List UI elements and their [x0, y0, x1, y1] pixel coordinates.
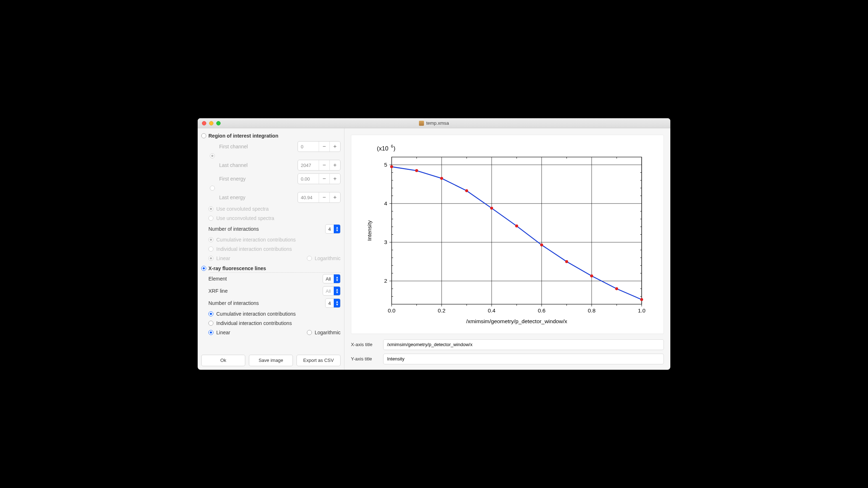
svg-text:): ) [394, 145, 395, 152]
right-panel: (x106)0.00.20.40.60.81.02345/xmimsim/geo… [344, 128, 670, 370]
use-convoluted-label: Use convoluted spectra [216, 206, 269, 212]
roi-num-interactions-label: Number of interactions [208, 226, 322, 232]
radio-roi-log [307, 256, 312, 261]
xrf-line-value: All [323, 288, 334, 294]
minus-icon[interactable]: − [319, 160, 329, 170]
use-unconvoluted-label: Use unconvoluted spectra [216, 215, 274, 221]
element-label: Element [208, 276, 320, 282]
first-channel-input[interactable] [298, 144, 319, 149]
radio-roi-section[interactable] [201, 133, 206, 138]
last-energy-label: Last energy [219, 195, 295, 200]
svg-text:(x10: (x10 [377, 145, 389, 152]
first-energy-input[interactable] [298, 176, 319, 182]
radio-xrf-section[interactable] [201, 266, 206, 271]
app-file-icon [419, 121, 424, 126]
roi-header: Region of interest integration [208, 133, 278, 139]
radio-xrf-individual[interactable] [208, 321, 213, 326]
ok-button[interactable]: Ok [201, 355, 245, 366]
radio-channel-mode [210, 153, 215, 158]
x-axis-title-input[interactable] [383, 339, 664, 350]
xrf-line-label: XRF line [208, 288, 320, 294]
minus-icon[interactable]: − [319, 142, 329, 152]
svg-text:0.2: 0.2 [438, 307, 445, 314]
svg-text:4: 4 [384, 200, 387, 206]
roi-linear-label: Linear [216, 255, 230, 261]
last-energy-input[interactable] [298, 195, 319, 200]
svg-text:0.8: 0.8 [588, 307, 595, 314]
intensity-chart: (x106)0.00.20.40.60.81.02345/xmimsim/geo… [355, 139, 656, 330]
svg-text:/xmimsim/geometry/p_detector_w: /xmimsim/geometry/p_detector_window/x [466, 318, 568, 324]
svg-text:3: 3 [384, 239, 387, 245]
y-axis-title-label: Y-axis title [351, 356, 380, 362]
xrf-log-label: Logarithmic [315, 330, 341, 335]
titlebar: temp.xmsa [198, 118, 670, 128]
svg-point-80 [590, 274, 593, 277]
radio-xrf-linear[interactable] [208, 330, 213, 335]
svg-point-74 [440, 177, 443, 180]
roi-num-interactions-stepper[interactable]: 4 ▲▼ [325, 224, 341, 234]
svg-point-76 [490, 207, 493, 210]
svg-text:1.0: 1.0 [638, 307, 645, 314]
first-channel-field[interactable]: − + [298, 141, 341, 152]
svg-text:2: 2 [384, 278, 387, 284]
last-channel-label: Last channel [219, 162, 295, 168]
svg-point-78 [540, 244, 543, 247]
svg-text:0.6: 0.6 [538, 307, 545, 314]
radio-roi-cumulative [208, 237, 213, 242]
radio-convoluted [208, 206, 213, 211]
chart-card: (x106)0.00.20.40.60.81.02345/xmimsim/geo… [351, 135, 664, 334]
xrf-num-interactions-label: Number of interactions [208, 300, 322, 306]
roi-cumulative-label: Cumulative interaction contributions [216, 237, 296, 243]
svg-point-75 [465, 189, 468, 192]
xrf-num-interactions-stepper[interactable]: 4 ▲▼ [325, 298, 341, 308]
plus-icon[interactable]: + [329, 160, 340, 170]
element-value: All [323, 276, 334, 282]
radio-unconvoluted [208, 216, 213, 221]
roi-individual-label: Individual interaction contributions [216, 246, 292, 252]
last-energy-field[interactable]: − + [298, 192, 341, 203]
svg-point-82 [640, 298, 643, 301]
radio-xrf-cumulative[interactable] [208, 311, 213, 316]
save-image-button[interactable]: Save image [249, 355, 293, 366]
svg-point-72 [390, 165, 393, 168]
stepper-arrows-icon[interactable]: ▲▼ [334, 287, 340, 295]
stepper-arrows-icon[interactable]: ▲▼ [334, 299, 340, 307]
radio-roi-linear [208, 256, 213, 261]
x-axis-title-label: X-axis title [351, 342, 380, 347]
svg-text:5: 5 [384, 162, 387, 168]
xrf-header: X-ray fluorescence lines [208, 265, 266, 271]
radio-xrf-log[interactable] [307, 330, 312, 335]
xrf-individual-label: Individual interaction contributions [216, 320, 292, 326]
svg-text:0.4: 0.4 [488, 307, 496, 314]
svg-point-79 [565, 260, 568, 263]
plus-icon[interactable]: + [329, 174, 340, 184]
xrf-num-interactions-value: 4 [326, 301, 334, 306]
first-energy-field[interactable]: − + [298, 173, 341, 184]
first-energy-label: First energy [219, 176, 295, 182]
roi-log-label: Logarithmic [315, 255, 341, 261]
plus-icon[interactable]: + [329, 142, 340, 152]
svg-text:Intensity: Intensity [366, 220, 372, 241]
stepper-arrows-icon[interactable]: ▲▼ [334, 225, 340, 233]
xrf-linear-label: Linear [216, 330, 230, 335]
stepper-arrows-icon[interactable]: ▲▼ [334, 274, 340, 283]
xrf-line-select[interactable]: All ▲▼ [323, 286, 341, 296]
app-window: temp.xmsa Region of interest integration… [198, 118, 670, 370]
sidebar: Region of interest integration First cha… [198, 128, 344, 370]
window-title: temp.xmsa [426, 120, 449, 126]
xrf-cumulative-label: Cumulative interaction contributions [216, 311, 296, 317]
last-channel-field[interactable]: − + [298, 160, 341, 171]
y-axis-title-input[interactable] [383, 354, 664, 364]
svg-text:6: 6 [391, 144, 393, 148]
export-csv-button[interactable]: Export as CSV [296, 355, 341, 366]
minus-icon[interactable]: − [319, 174, 329, 184]
element-select[interactable]: All ▲▼ [323, 274, 341, 283]
roi-num-interactions-value: 4 [326, 226, 334, 232]
svg-text:0.0: 0.0 [388, 307, 395, 314]
minus-icon[interactable]: − [319, 192, 329, 202]
radio-roi-individual [208, 247, 213, 252]
radio-energy-mode [210, 186, 215, 191]
last-channel-input[interactable] [298, 163, 319, 168]
plus-icon[interactable]: + [329, 192, 340, 202]
first-channel-label: First channel [219, 144, 295, 149]
